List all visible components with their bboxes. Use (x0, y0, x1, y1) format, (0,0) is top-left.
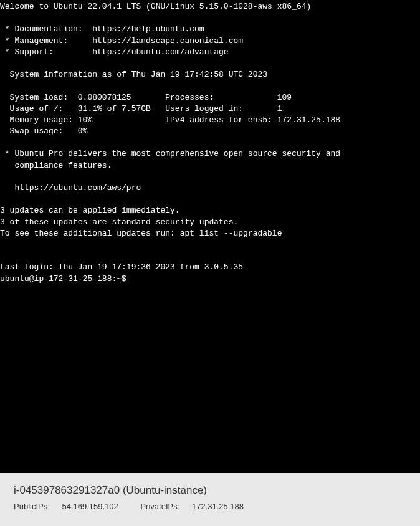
updates-3: To see these additional updates run: apt… (0, 229, 282, 238)
stat-row-4: Swap usage: 0% (0, 127, 87, 136)
instance-footer: i-045397863291327a0 (Ubuntu-instance) Pu… (0, 473, 420, 526)
instance-id: i-045397863291327a0 (14, 484, 120, 496)
instance-ips: PublicIPs: 54.169.159.102 PrivateIPs: 17… (14, 502, 406, 511)
pro-msg-2: compliance features. (0, 161, 112, 170)
mgmt-label: * Management: (0, 36, 92, 45)
public-ip-value: 54.169.159.102 (62, 502, 118, 511)
support-link: https://ubuntu.com/advantage (92, 47, 228, 57)
stat-row-1: System load: 0.080078125 Processes: 109 (0, 93, 292, 102)
doc-label: * Documentation: (0, 24, 92, 34)
updates-2: 3 of these updates are standard security… (0, 218, 238, 227)
pro-msg-1: * Ubuntu Pro delivers the most comprehen… (0, 149, 340, 158)
support-label: * Support: (0, 47, 92, 57)
stat-row-2: Usage of /: 31.1% of 7.57GB Users logged… (0, 104, 282, 113)
updates-1: 3 updates can be applied immediately. (0, 206, 180, 215)
instance-name: (Ubuntu-instance) (123, 484, 207, 496)
pro-url: https://ubuntu.com/aws/pro (0, 183, 141, 193)
instance-title: i-045397863291327a0 (Ubuntu-instance) (14, 484, 406, 497)
terminal-output[interactable]: Welcome to Ubuntu 22.04.1 LTS (GNU/Linux… (0, 0, 420, 473)
stat-row-3: Memory usage: 10% IPv4 address for ens5:… (0, 115, 340, 125)
private-ip-value: 172.31.25.188 (192, 502, 244, 511)
public-ip-label: PublicIPs: (14, 502, 50, 511)
mgmt-link: https://landscape.canonical.com (92, 36, 243, 45)
doc-link: https://help.ubuntu.com (92, 24, 204, 34)
last-login: Last login: Thu Jan 19 17:19:36 2023 fro… (0, 262, 243, 272)
sysinfo-header: System information as of Thu Jan 19 17:4… (0, 70, 267, 79)
welcome-line: Welcome to Ubuntu 22.04.1 LTS (GNU/Linux… (0, 2, 311, 11)
private-ip-label: PrivateIPs: (140, 502, 179, 511)
shell-prompt[interactable]: ubuntu@ip-172-31-25-188:~$ (0, 274, 131, 284)
